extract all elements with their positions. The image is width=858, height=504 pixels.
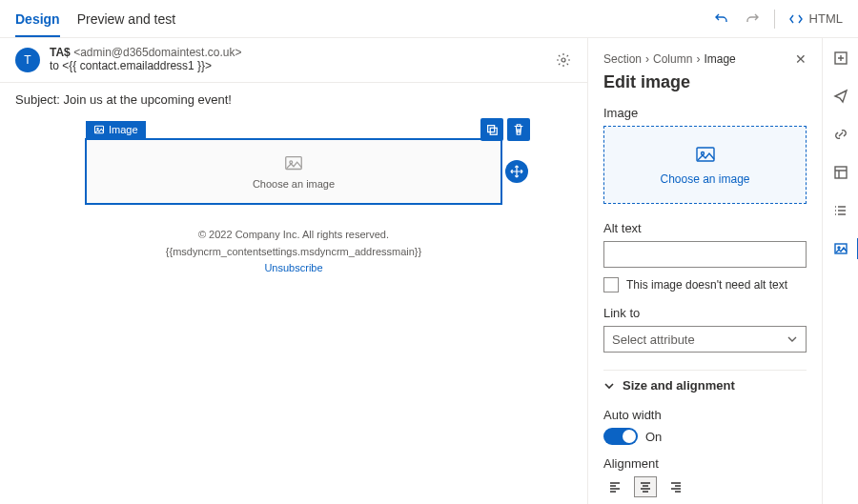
linkto-placeholder: Select attribute <box>612 333 695 347</box>
size-alignment-section[interactable]: Size and alignment <box>603 370 807 400</box>
size-section-label: Size and alignment <box>623 378 735 393</box>
properties-panel: Section › Column › Image ✕ Edit image Im… <box>587 38 822 504</box>
svg-point-0 <box>562 58 565 62</box>
crumb-section[interactable]: Section <box>603 52 642 66</box>
svg-point-12 <box>838 247 840 249</box>
image-dropzone[interactable]: Choose an image <box>603 126 807 204</box>
canvas-body: Image Choose an image <box>0 116 587 315</box>
rail-list-icon[interactable] <box>830 200 851 221</box>
crumb-column[interactable]: Column <box>653 52 692 66</box>
canvas-pane: T TA$ <admin@d365domaintest.co.uk> to <{… <box>0 38 587 504</box>
undo-button[interactable] <box>713 10 730 28</box>
avatar: T <box>15 48 40 72</box>
right-rail <box>822 38 858 504</box>
footer-address-token: {{msdyncrm_contentsettings.msdyncrm_addr… <box>86 244 501 261</box>
chevron-down-icon <box>786 333 798 345</box>
from-address: <admin@d365domaintest.co.uk> <box>73 46 241 59</box>
image-placeholder-icon <box>283 153 304 174</box>
alignment-label: Alignment <box>603 456 807 471</box>
block-toolbar <box>480 118 530 141</box>
tab-preview-label: Preview and test <box>77 11 176 27</box>
to-address: <{{ contact.emailaddress1 }}> <box>62 59 212 72</box>
align-left-button[interactable] <box>603 476 626 497</box>
tab-design-label: Design <box>15 11 60 27</box>
unsubscribe-link[interactable]: Unsubscribe <box>264 262 322 273</box>
email-footer: © 2022 Company Inc. All rights reserved.… <box>86 227 501 277</box>
breadcrumb: Section › Column › Image ✕ <box>603 51 807 67</box>
alt-text-input[interactable] <box>603 241 807 268</box>
from-name: TA$ <box>50 46 71 59</box>
image-placeholder-icon <box>694 144 717 167</box>
svg-point-2 <box>97 129 99 131</box>
alt-text-label: Alt text <box>603 221 807 235</box>
autowidth-value: On <box>645 430 662 444</box>
footer-copyright: © 2022 Company Inc. All rights reserved. <box>86 227 501 244</box>
linkto-label: Link to <box>603 306 807 320</box>
image-chip-label: Image <box>109 124 138 135</box>
choose-image-label: Choose an image <box>660 172 749 186</box>
top-bar: Design Preview and test HTML <box>0 0 858 38</box>
rail-image-icon[interactable] <box>830 238 851 259</box>
choose-image-label: Choose an image <box>253 178 335 190</box>
panel-title: Edit image <box>603 72 807 92</box>
from-line: TA$ <admin@d365domaintest.co.uk> <box>50 46 572 59</box>
rail-send-icon[interactable] <box>830 86 851 107</box>
image-block-wrapper: Image Choose an image <box>86 139 501 204</box>
svg-rect-3 <box>488 126 495 132</box>
subject-row: Subject: Join us at the upcoming event! <box>0 83 587 116</box>
html-view-button[interactable]: HTML <box>788 11 843 27</box>
chevron-down-icon <box>603 380 615 392</box>
html-view-label: HTML <box>809 11 843 26</box>
redo-button[interactable] <box>744 10 761 28</box>
svg-rect-4 <box>490 128 497 134</box>
gear-icon[interactable] <box>555 51 572 69</box>
close-icon[interactable]: ✕ <box>795 51 807 67</box>
rail-link-icon[interactable] <box>830 124 851 145</box>
tab-design[interactable]: Design <box>15 0 60 37</box>
to-prefix: to <box>50 59 62 72</box>
checkbox-icon <box>603 277 619 292</box>
linkto-select[interactable]: Select attribute <box>603 326 807 353</box>
alignment-buttons <box>603 476 807 497</box>
duplicate-button[interactable] <box>480 118 503 141</box>
subject-value: Join us at the upcoming event! <box>64 92 232 107</box>
align-center-button[interactable] <box>634 476 657 497</box>
subject-label: Subject: <box>15 92 60 107</box>
align-right-button[interactable] <box>664 476 687 497</box>
autowidth-label: Auto width <box>603 408 807 422</box>
delete-button[interactable] <box>507 118 530 141</box>
email-header: T TA$ <admin@d365domaintest.co.uk> to <{… <box>0 38 587 83</box>
no-alt-checkbox-row[interactable]: This image doesn't need alt text <box>603 277 807 292</box>
to-line: to <{{ contact.emailaddress1 }}> <box>50 59 572 72</box>
autowidth-toggle[interactable] <box>603 428 638 445</box>
divider <box>774 10 775 29</box>
rail-add-icon[interactable] <box>830 48 851 69</box>
image-chip: Image <box>86 121 146 138</box>
tabs: Design Preview and test <box>15 0 175 37</box>
no-alt-label: This image doesn't need alt text <box>626 278 787 292</box>
top-right: HTML <box>713 10 843 29</box>
image-block[interactable]: Choose an image <box>86 139 501 204</box>
move-handle[interactable] <box>505 160 528 183</box>
tab-preview[interactable]: Preview and test <box>77 0 176 37</box>
image-field-label: Image <box>603 106 807 120</box>
svg-rect-10 <box>835 167 847 178</box>
rail-layout-icon[interactable] <box>830 162 851 183</box>
crumb-image: Image <box>704 52 735 66</box>
